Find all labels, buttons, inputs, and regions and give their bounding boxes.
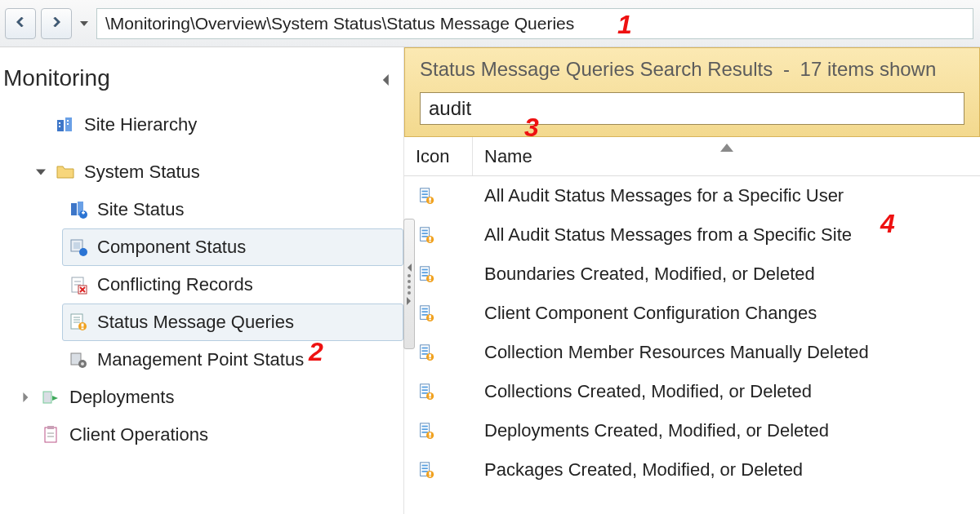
tree-item-site-hierarchy[interactable]: Site Hierarchy [29,106,403,144]
table-row[interactable]: Collection Member Resources Manually Del… [404,333,980,372]
tree-item-system-status[interactable]: System Status [29,153,403,191]
tree-item-label: System Status [84,162,200,183]
row-name: All Audit Status Messages for a Specific… [473,185,980,206]
deploy-icon [40,387,61,408]
collapse-pane-button[interactable] [381,65,392,91]
svg-rect-76 [422,426,428,428]
svg-rect-63 [422,350,428,352]
tree-item-label: Management Point Status [97,349,304,370]
grid-header: Icon Name [404,137,980,176]
table-row[interactable]: Client Component Configuration Changes [404,294,980,333]
tree-item-site-status[interactable]: Site Status [62,191,403,228]
svg-rect-29 [45,428,56,442]
svg-rect-85 [422,471,428,472]
svg-rect-80 [429,432,431,436]
svg-rect-60 [429,319,431,321]
tree-item-component-status[interactable]: Component Status [62,228,403,266]
svg-rect-56 [422,311,428,312]
expander-icon[interactable] [35,167,47,177]
svg-point-27 [81,362,84,366]
arrow-left-icon [13,15,28,33]
conflict-icon [68,274,89,295]
svg-rect-34 [422,191,428,193]
table-row[interactable]: All Audit Status Messages from a Specifi… [404,215,980,255]
column-header-name[interactable]: Name [473,137,980,175]
pane-title: Monitoring [3,65,110,91]
svg-rect-84 [422,467,428,469]
svg-rect-48 [422,269,428,271]
grid-body: All Audit Status Messages for a Specific… [404,176,980,514]
folder-icon [55,162,76,183]
svg-rect-71 [422,392,428,394]
query-icon [404,420,473,441]
svg-rect-78 [422,432,428,433]
buildings-icon [55,114,76,135]
svg-rect-46 [429,241,431,242]
clipboard-icon [40,424,61,445]
svg-rect-49 [422,272,428,273]
svg-rect-83 [422,465,428,467]
separator: - [783,58,790,80]
svg-rect-64 [422,353,428,355]
table-row[interactable]: Collections Created, Modified, or Delete… [404,372,980,411]
tree-item-management-point-status[interactable]: Management Point Status [62,341,403,379]
back-button[interactable] [5,8,36,39]
svg-rect-66 [429,354,431,357]
svg-rect-23 [82,324,84,327]
svg-rect-50 [422,275,428,277]
tree-item-status-message-queries[interactable]: Status Message Queries [62,304,403,341]
svg-rect-35 [422,193,428,195]
chevron-down-icon [80,16,88,31]
row-name: Boundaries Created, Modified, or Deleted [473,264,980,285]
splitter-handle[interactable] [403,219,415,349]
svg-rect-57 [422,314,428,316]
row-name: Collections Created, Modified, or Delete… [473,381,980,402]
svg-rect-41 [422,230,428,232]
query-list-icon [68,312,89,333]
column-header-icon[interactable]: Icon [404,137,473,175]
svg-rect-36 [422,197,428,198]
svg-rect-30 [47,426,54,429]
tree-item-deployments[interactable]: Deployments [15,379,403,416]
component-icon [68,237,89,258]
svg-rect-88 [429,476,431,477]
tree-item-label: Component Status [97,237,246,258]
sort-ascending-icon [720,135,733,157]
svg-rect-67 [429,358,431,360]
address-input[interactable] [96,8,973,39]
table-row[interactable]: Deployments Created, Modified, or Delete… [404,411,980,450]
buildings-badge-icon [68,199,89,220]
arrow-right-icon [49,15,64,33]
row-name: Packages Created, Modified, or Deleted [473,459,980,481]
svg-rect-87 [429,472,431,475]
search-title: Status Message Queries Search Results [420,58,773,80]
tree-item-label: Status Message Queries [97,312,294,333]
svg-rect-39 [429,202,431,203]
table-row[interactable]: Packages Created, Modified, or Deleted [404,450,980,490]
forward-button[interactable] [41,8,72,39]
history-dropdown[interactable] [77,8,91,39]
result-count: 17 items shown [800,58,937,80]
svg-rect-77 [422,428,428,430]
table-row[interactable]: Boundaries Created, Modified, or Deleted [404,255,980,294]
svg-rect-45 [429,237,431,240]
query-icon [404,185,473,206]
chevron-right-icon[interactable] [20,392,32,402]
tree-item-client-operations[interactable]: Client Operations [15,416,403,454]
tree-item-conflicting-records[interactable]: Conflicting Records [62,266,403,304]
svg-rect-81 [429,436,431,438]
svg-point-13 [79,248,87,256]
svg-rect-38 [429,197,431,201]
row-name: All Audit Status Messages from a Specifi… [473,224,980,246]
svg-rect-2 [59,122,60,124]
tree-item-label: Site Status [97,199,184,220]
tree-item-label: Deployments [69,387,174,408]
svg-rect-62 [422,348,428,349]
search-input[interactable] [420,92,964,125]
address-bar [0,0,980,47]
svg-rect-43 [422,236,428,237]
svg-rect-6 [71,203,77,215]
svg-rect-4 [67,120,69,122]
svg-rect-70 [422,389,428,391]
table-row[interactable]: All Audit Status Messages for a Specific… [404,176,980,215]
